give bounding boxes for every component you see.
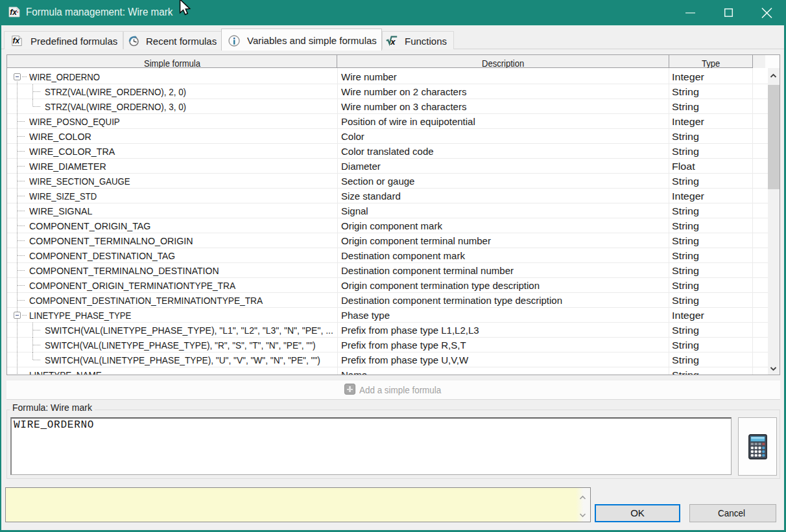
svg-text:x: x (390, 37, 396, 47)
svg-text:fx: fx (13, 36, 21, 45)
svg-text:fx: fx (10, 8, 18, 17)
